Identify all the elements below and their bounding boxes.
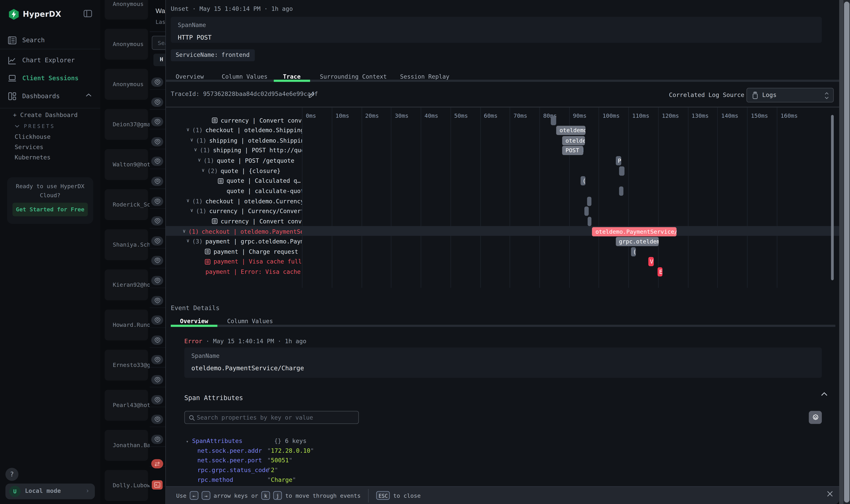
chevron-down-icon[interactable]: ∨ bbox=[194, 147, 197, 152]
event-tab-column-values[interactable]: Column Values bbox=[227, 318, 273, 325]
attribute-value[interactable]: "2" bbox=[267, 467, 278, 474]
error-event-terminal-button[interactable] bbox=[152, 480, 163, 489]
attribute-key[interactable]: rpc.grpc.status_code bbox=[197, 467, 269, 474]
span-duration-bar[interactable] bbox=[619, 166, 624, 176]
trace-span-row[interactable]: ∨(1)quote | POST /getquote bbox=[166, 156, 302, 166]
replay-event-button[interactable] bbox=[151, 236, 163, 246]
attribute-key[interactable]: rpc.method bbox=[197, 476, 233, 483]
help-button[interactable]: ? bbox=[5, 468, 18, 481]
underlay-chip[interactable]: H bbox=[153, 54, 165, 66]
attributes-settings-button[interactable] bbox=[809, 411, 822, 424]
create-dashboard-button[interactable]: + Create Dashboard bbox=[13, 112, 78, 119]
session-card[interactable]: Roderick_Schamberger bbox=[105, 189, 148, 220]
span-duration-bar[interactable] bbox=[619, 186, 623, 196]
replay-event-button[interactable] bbox=[151, 117, 163, 126]
tab-surrounding-context[interactable]: Surrounding Context bbox=[320, 73, 387, 80]
session-card[interactable]: Anonymous bbox=[105, 69, 148, 100]
session-card[interactable]: Dolly.Lubowitz bbox=[105, 470, 148, 501]
chevron-down-icon[interactable]: ∨ bbox=[190, 137, 193, 143]
session-card[interactable]: Howard.Runolfsdottir bbox=[105, 309, 148, 340]
attribute-value[interactable]: "50051" bbox=[267, 457, 292, 464]
sidebar-item-search[interactable]: Search bbox=[0, 33, 100, 47]
span-duration-bar[interactable] bbox=[588, 217, 592, 226]
chevron-down-icon[interactable]: ∨ bbox=[186, 238, 189, 244]
chevron-down-icon[interactable]: ∨ bbox=[190, 208, 193, 213]
replay-event-button[interactable] bbox=[151, 97, 163, 107]
trace-span-row[interactable]: currency | Convert convers… bbox=[166, 115, 302, 125]
tab-trace[interactable]: Trace bbox=[283, 73, 301, 80]
underlay-search-input[interactable]: Sea bbox=[152, 36, 165, 50]
span-duration-bar[interactable]: oteldemo.PaymentService/Char bbox=[592, 227, 677, 236]
service-name-chip[interactable]: ServiceName: frontend bbox=[171, 49, 254, 61]
span-duration-bar[interactable] bbox=[551, 116, 556, 125]
session-card[interactable]: Anonymous bbox=[105, 0, 148, 20]
session-card[interactable]: Pearl43@hotmail bbox=[105, 390, 148, 421]
trace-span-row[interactable]: quote | Calculated q… bbox=[166, 176, 302, 186]
chevron-down-icon[interactable]: ∨ bbox=[183, 228, 186, 233]
replay-event-button[interactable] bbox=[151, 157, 163, 166]
replay-event-button[interactable] bbox=[151, 78, 163, 87]
trace-span-row[interactable]: ∨(1)shipping | oteldemo.Shipping… bbox=[166, 136, 302, 146]
session-card[interactable]: Jonathan.Bartoletti bbox=[105, 430, 148, 461]
attribute-key[interactable]: net.sock.peer.port bbox=[197, 457, 262, 464]
sidebar-item-dashboards[interactable]: Dashboards bbox=[0, 89, 100, 103]
span-duration-bar[interactable]: V bbox=[648, 257, 654, 267]
span-duration-bar[interactable]: otelder bbox=[562, 136, 585, 145]
trace-span-row[interactable]: ∨(1)shipping | POST http://quo… bbox=[166, 146, 302, 156]
replay-event-button[interactable] bbox=[151, 415, 163, 424]
window-scrollbar-thumb[interactable] bbox=[844, 2, 849, 502]
replay-event-button[interactable] bbox=[151, 137, 163, 146]
esc-key[interactable]: ESC bbox=[376, 491, 390, 500]
tab-overview[interactable]: Overview bbox=[176, 73, 204, 80]
trace-span-row[interactable]: ∨(1)currency | Currency/Convert bbox=[166, 206, 302, 216]
preset-clickhouse[interactable]: Clickhouse bbox=[15, 133, 51, 140]
span-duration-bar[interactable]: E bbox=[657, 267, 663, 276]
collapse-section-icon[interactable] bbox=[821, 392, 828, 396]
chevron-up-icon[interactable] bbox=[86, 93, 92, 97]
chevron-down-icon[interactable]: ∨ bbox=[186, 198, 189, 203]
trace-span-row[interactable]: ∨(1)checkout | oteldemo.ShippingSe… bbox=[166, 125, 302, 136]
attribute-value[interactable]: "172.28.0.10" bbox=[267, 447, 314, 454]
span-duration-bar[interactable]: POST h bbox=[562, 146, 583, 156]
sidebar-item-chart-explorer[interactable]: Chart Explorer bbox=[0, 53, 100, 67]
replay-event-button[interactable] bbox=[151, 335, 163, 345]
replay-event-button[interactable] bbox=[151, 395, 163, 404]
session-card[interactable]: Kieran92@hotmail bbox=[105, 269, 148, 300]
chevron-down-icon[interactable]: ∨ bbox=[198, 157, 201, 163]
sidebar-collapse-icon[interactable] bbox=[84, 10, 92, 17]
span-duration-bar[interactable]: oteldemo. bbox=[556, 126, 585, 135]
replay-event-button[interactable] bbox=[151, 216, 163, 226]
waterfall-scrollbar-thumb[interactable] bbox=[831, 115, 834, 280]
span-duration-bar[interactable]: grpc.oteldemo. bbox=[616, 237, 659, 246]
attributes-group-name[interactable]: SpanAttributes bbox=[192, 437, 242, 444]
sidebar-item-client-sessions[interactable]: Client Sessions bbox=[0, 71, 100, 85]
session-card[interactable]: Ernesto33@gmail bbox=[105, 350, 148, 380]
replay-event-button[interactable] bbox=[151, 375, 163, 384]
replay-event-button[interactable] bbox=[151, 316, 163, 325]
j-key[interactable]: j bbox=[273, 491, 282, 500]
session-card[interactable]: Anonymous bbox=[105, 29, 148, 60]
replay-event-button[interactable] bbox=[151, 435, 163, 444]
replay-event-button[interactable] bbox=[151, 197, 163, 206]
replay-event-button[interactable] bbox=[151, 256, 163, 265]
span-duration-bar[interactable] bbox=[587, 197, 591, 206]
tab-column-values[interactable]: Column Values bbox=[222, 73, 268, 80]
k-key[interactable]: k bbox=[261, 491, 270, 500]
preset-services[interactable]: Services bbox=[15, 144, 43, 151]
replay-event-button[interactable] bbox=[151, 276, 163, 285]
attributes-search-input[interactable]: Search properties by key or value bbox=[184, 411, 359, 424]
log-source-select[interactable]: Logs bbox=[746, 88, 834, 103]
panel-scrollbar-track[interactable] bbox=[839, 0, 844, 504]
close-icon[interactable] bbox=[826, 490, 834, 498]
trace-span-row[interactable]: ∨(1)checkout | oteldemo.CurrencySe… bbox=[166, 196, 302, 206]
error-event-swap-button[interactable] bbox=[151, 459, 163, 468]
span-duration-bar[interactable]: ( bbox=[580, 176, 586, 185]
session-card[interactable]: Deion37@gmail bbox=[105, 109, 148, 140]
arrow-left-key[interactable]: ← bbox=[190, 491, 198, 500]
span-duration-bar[interactable]: P bbox=[616, 156, 621, 165]
session-card[interactable]: Walton9@hotmail bbox=[105, 149, 148, 180]
replay-event-button[interactable] bbox=[151, 296, 163, 305]
trace-span-row[interactable]: ∨(2)quote | {closure} bbox=[166, 166, 302, 176]
trace-span-row[interactable]: payment | Charge request rec… bbox=[166, 247, 302, 257]
window-scrollbar[interactable] bbox=[844, 0, 850, 504]
